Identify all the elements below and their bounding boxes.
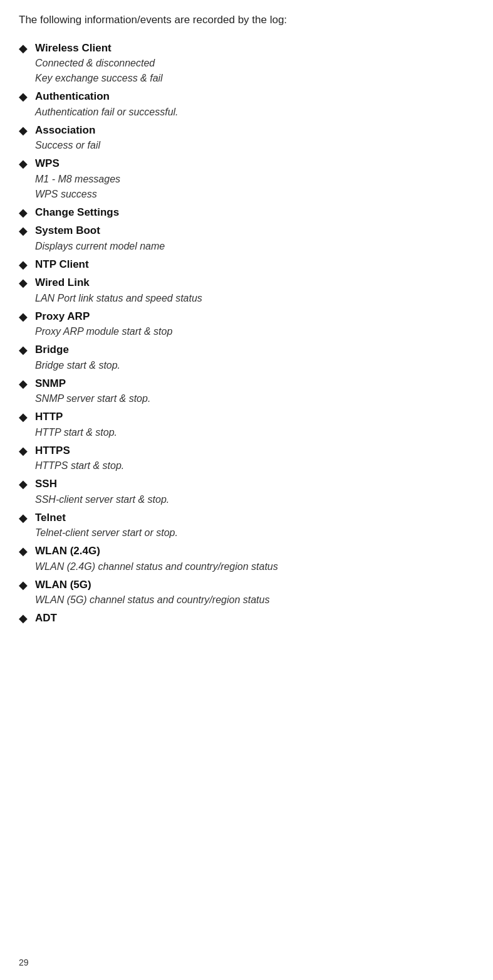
- list-item: ◆BridgeBridge start & stop.: [19, 342, 474, 373]
- item-content: WPSM1 - M8 messagesWPS success: [35, 155, 120, 202]
- diamond-icon: ◆: [19, 477, 28, 492]
- list-item: ◆AssociationSuccess or fail: [19, 122, 474, 154]
- diamond-icon: ◆: [19, 310, 28, 324]
- item-content: Change Settings: [35, 204, 119, 221]
- item-subtitle: M1 - M8 messages: [35, 172, 120, 187]
- item-content: Wireless ClientConnected & disconnectedK…: [35, 40, 163, 87]
- item-title: Association: [35, 122, 100, 139]
- item-content: WLAN (5G)WLAN (5G) channel status and co…: [35, 577, 269, 608]
- list-item: ◆NTP Client: [19, 256, 474, 273]
- item-title: WLAN (2.4G): [35, 543, 278, 559]
- item-list: ◆Wireless ClientConnected & disconnected…: [19, 40, 474, 626]
- item-content: NTP Client: [35, 256, 89, 273]
- list-item: ◆SNMPSNMP server start & stop.: [19, 376, 474, 407]
- item-content: SSHSSH-client server start & stop.: [35, 476, 169, 507]
- item-title: Wired Link: [35, 275, 202, 291]
- item-title: ADT: [35, 610, 57, 626]
- item-subtitle: WLAN (5G) channel status and country/reg…: [35, 593, 269, 608]
- diamond-icon: ◆: [19, 276, 28, 290]
- list-item: ◆TelnetTelnet-client server start or sto…: [19, 510, 474, 541]
- item-title: WPS: [35, 155, 120, 172]
- list-item: ◆HTTPHTTP start & stop.: [19, 409, 474, 440]
- item-content: Wired LinkLAN Port link status and speed…: [35, 275, 202, 306]
- item-subtitle: WLAN (2.4G) channel status and country/r…: [35, 559, 278, 574]
- diamond-icon: ◆: [19, 157, 28, 171]
- diamond-icon: ◆: [19, 343, 28, 357]
- item-title: Bridge: [35, 342, 120, 358]
- intro-text: The following information/events are rec…: [19, 13, 474, 28]
- diamond-icon: ◆: [19, 578, 28, 593]
- item-subtitle: HTTPS start & stop.: [35, 458, 124, 473]
- item-subtitle: Key exchange success & fail: [35, 71, 163, 86]
- item-title: Authentication: [35, 88, 179, 105]
- item-content: HTTPSHTTPS start & stop.: [35, 443, 124, 474]
- diamond-icon: ◆: [19, 377, 28, 391]
- item-content: System BootDisplays current model name: [35, 223, 165, 254]
- item-subtitle: Displays current model name: [35, 239, 165, 254]
- item-title: SSH: [35, 476, 169, 492]
- item-title: Wireless Client: [35, 40, 163, 56]
- list-item: ◆Proxy ARPProxy ARP module start & stop: [19, 308, 474, 340]
- item-content: ADT: [35, 610, 57, 626]
- list-item: ◆WLAN (5G)WLAN (5G) channel status and c…: [19, 577, 474, 608]
- item-title: Change Settings: [35, 204, 119, 221]
- diamond-icon: ◆: [19, 90, 28, 104]
- list-item: ◆Wired LinkLAN Port link status and spee…: [19, 275, 474, 306]
- list-item: ◆WLAN (2.4G)WLAN (2.4G) channel status a…: [19, 543, 474, 574]
- item-subtitle: Success or fail: [35, 138, 100, 153]
- item-title: HTTPS: [35, 443, 124, 459]
- list-item: ◆HTTPSHTTPS start & stop.: [19, 443, 474, 474]
- item-title: System Boot: [35, 223, 165, 239]
- diamond-icon: ◆: [19, 124, 28, 138]
- item-content: BridgeBridge start & stop.: [35, 342, 120, 373]
- item-title: Telnet: [35, 510, 178, 526]
- item-content: AuthenticationAuthentication fail or suc…: [35, 88, 179, 120]
- diamond-icon: ◆: [19, 544, 28, 559]
- diamond-icon: ◆: [19, 41, 28, 56]
- list-item: ◆System BootDisplays current model name: [19, 223, 474, 254]
- item-subtitle: Connected & disconnected: [35, 56, 163, 71]
- list-item: ◆Wireless ClientConnected & disconnected…: [19, 40, 474, 87]
- page-number: 29: [19, 957, 29, 967]
- item-title: HTTP: [35, 409, 117, 425]
- list-item: ◆ADT: [19, 610, 474, 626]
- diamond-icon: ◆: [19, 511, 28, 525]
- item-subtitle: HTTP start & stop.: [35, 425, 117, 440]
- item-subtitle: Proxy ARP module start & stop: [35, 324, 172, 339]
- list-item: ◆SSHSSH-client server start & stop.: [19, 476, 474, 507]
- item-content: AssociationSuccess or fail: [35, 122, 100, 154]
- item-title: SNMP: [35, 376, 150, 392]
- item-subtitle: SNMP server start & stop.: [35, 391, 150, 406]
- item-content: SNMPSNMP server start & stop.: [35, 376, 150, 407]
- item-title: NTP Client: [35, 256, 89, 273]
- item-subtitle: SSH-client server start & stop.: [35, 492, 169, 507]
- item-subtitle: Bridge start & stop.: [35, 358, 120, 373]
- diamond-icon: ◆: [19, 224, 28, 238]
- list-item: ◆WPSM1 - M8 messagesWPS success: [19, 155, 474, 202]
- diamond-icon: ◆: [19, 206, 28, 220]
- item-subtitle: Telnet-client server start or stop.: [35, 525, 178, 540]
- item-subtitle: LAN Port link status and speed status: [35, 291, 202, 306]
- item-content: HTTPHTTP start & stop.: [35, 409, 117, 440]
- item-title: Proxy ARP: [35, 308, 172, 325]
- item-content: TelnetTelnet-client server start or stop…: [35, 510, 178, 541]
- diamond-icon: ◆: [19, 444, 28, 458]
- diamond-icon: ◆: [19, 410, 28, 424]
- list-item: ◆Change Settings: [19, 204, 474, 221]
- item-subtitle: WPS success: [35, 187, 120, 202]
- diamond-icon: ◆: [19, 258, 28, 272]
- item-title: WLAN (5G): [35, 577, 269, 593]
- item-subtitle: Authentication fail or successful.: [35, 105, 179, 120]
- diamond-icon: ◆: [19, 611, 28, 626]
- item-content: WLAN (2.4G)WLAN (2.4G) channel status an…: [35, 543, 278, 574]
- item-content: Proxy ARPProxy ARP module start & stop: [35, 308, 172, 340]
- list-item: ◆AuthenticationAuthentication fail or su…: [19, 88, 474, 120]
